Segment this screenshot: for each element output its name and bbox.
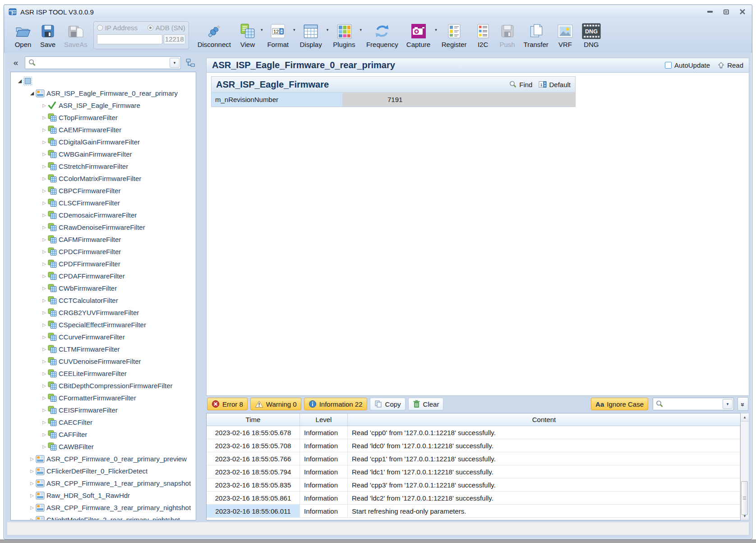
expander-collapsed-icon[interactable]: ▷ bbox=[41, 127, 48, 132]
view-button[interactable]: View bbox=[235, 21, 260, 50]
tree-item[interactable]: ▷ASR_CPP_Firmware_1_rear_primary_snapsho… bbox=[11, 477, 196, 489]
display-button[interactable]: Display bbox=[295, 21, 326, 50]
expander-collapsed-icon[interactable]: ▷ bbox=[41, 213, 48, 218]
column-header-content[interactable]: Content bbox=[348, 413, 740, 426]
log-row[interactable]: 2023-02-16 18:55:05.708InformationRead '… bbox=[207, 439, 740, 452]
tree-item[interactable]: ▷CLSCFirmwareFilter bbox=[11, 197, 196, 209]
tree-item[interactable]: ▷CEELiteFirmwareFilter bbox=[11, 367, 196, 380]
log-scrollbar[interactable]: ▲ ▼ bbox=[741, 413, 749, 520]
copy-button[interactable]: Copy bbox=[370, 398, 406, 410]
tree-item[interactable]: ▷CAFMFirmwareFilter bbox=[11, 233, 196, 246]
i2c-button[interactable]: I2C bbox=[471, 21, 495, 50]
tree-search-input[interactable]: ▾ bbox=[25, 56, 181, 69]
expander-collapsed-icon[interactable]: ▷ bbox=[41, 322, 48, 327]
disconnect-button[interactable]: Disconnect bbox=[194, 21, 235, 50]
register-button[interactable]: Register bbox=[438, 21, 471, 50]
expander-collapsed-icon[interactable]: ▷ bbox=[41, 359, 48, 364]
expander-collapsed-icon[interactable]: ▷ bbox=[41, 164, 48, 169]
scrollbar-thumb[interactable] bbox=[741, 481, 748, 515]
tree-item[interactable]: ▷CNightModeFilter_2_rear_primary_nightsh… bbox=[11, 514, 196, 520]
warning-filter-button[interactable]: Warning 0 bbox=[250, 398, 301, 410]
log-row[interactable]: 2023-02-16 18:55:05.794InformationRead '… bbox=[207, 465, 740, 478]
tree-item[interactable]: ▷CUVDenoiseFirmwareFilter bbox=[11, 355, 196, 367]
transfer-button[interactable]: Transfer bbox=[520, 21, 553, 50]
expander-collapsed-icon[interactable]: ▷ bbox=[41, 274, 48, 278]
expander-collapsed-icon[interactable]: ▷ bbox=[41, 237, 48, 242]
expander-collapsed-icon[interactable]: ▷ bbox=[28, 493, 36, 498]
tree-item[interactable]: ▷CSpecialEffectFirmwareFilter bbox=[11, 319, 196, 331]
expander-collapsed-icon[interactable]: ▷ bbox=[41, 310, 48, 315]
column-header-time[interactable]: Time bbox=[207, 413, 300, 426]
error-filter-button[interactable]: Error 8 bbox=[207, 398, 248, 410]
read-button[interactable]: Read bbox=[717, 61, 743, 70]
tree-item[interactable]: ▷CStretchFirmwareFilter bbox=[11, 160, 196, 172]
tree-item[interactable]: ◢ASR_ISP_Eagle_Firmware_0_rear_primary bbox=[11, 87, 196, 99]
expander-collapsed-icon[interactable]: ▷ bbox=[41, 152, 48, 157]
expander-collapsed-icon[interactable]: ▷ bbox=[41, 103, 48, 108]
find-button[interactable]: Find bbox=[509, 80, 532, 88]
tree-item[interactable]: ▷CRGB2YUVFirmwareFilter bbox=[11, 306, 196, 319]
expander-collapsed-icon[interactable]: ▷ bbox=[41, 176, 48, 181]
tree-item[interactable]: ▷CDigitalGainFirmwareFilter bbox=[11, 136, 196, 148]
tree-item[interactable]: ▷CPDCFirmwareFilter bbox=[11, 246, 196, 258]
log-row[interactable]: 2023-02-16 18:55:06.011InformationStart … bbox=[207, 505, 740, 518]
log-search-dropdown[interactable]: ▾ bbox=[723, 399, 733, 409]
log-row[interactable]: 2023-02-16 18:55:05.861InformationRead '… bbox=[207, 492, 740, 505]
expander-collapsed-icon[interactable]: ▷ bbox=[41, 408, 48, 413]
expander-collapsed-icon[interactable]: ▷ bbox=[28, 517, 36, 520]
tree-view-mode-button[interactable] bbox=[184, 57, 196, 69]
expander-collapsed-icon[interactable]: ▷ bbox=[41, 286, 48, 291]
tree-item[interactable]: ▷CPDFFirmwareFilter bbox=[11, 258, 196, 270]
tree-item[interactable]: ▷ASR_ISP_Eagle_Firmware bbox=[11, 99, 196, 111]
expander-collapsed-icon[interactable]: ▷ bbox=[41, 298, 48, 303]
minimize-button[interactable] bbox=[705, 8, 715, 15]
tree-item[interactable]: ▷CFlickerDetFilter_0_FlickerDetect bbox=[11, 465, 196, 477]
serial-number-field[interactable]: 12218 bbox=[164, 34, 185, 44]
expander-collapsed-icon[interactable]: ▷ bbox=[41, 395, 48, 400]
expander-collapsed-icon[interactable]: ▷ bbox=[41, 334, 48, 339]
expander-collapsed-icon[interactable]: ▷ bbox=[41, 249, 48, 254]
default-button[interactable]: 1 Default bbox=[539, 81, 571, 88]
expander-collapsed-icon[interactable]: ▷ bbox=[28, 481, 36, 486]
tree-item[interactable]: ▷CAFFilter bbox=[11, 428, 196, 441]
expander-expanded-icon[interactable]: ◢ bbox=[16, 78, 23, 84]
tree-item[interactable]: ▷ASR_CPP_Firmware_0_rear_primary_preview bbox=[11, 453, 196, 465]
tree-item[interactable]: ▷CCurveFirmwareFilter bbox=[11, 331, 196, 343]
expander-collapsed-icon[interactable]: ▷ bbox=[28, 456, 36, 461]
plugins-button[interactable]: Plugins bbox=[329, 21, 359, 50]
tree-item[interactable]: ▷CFormatterFirmwareFilter bbox=[11, 392, 196, 404]
expander-collapsed-icon[interactable]: ▷ bbox=[28, 469, 36, 473]
maximize-button[interactable] bbox=[721, 8, 731, 15]
information-filter-button[interactable]: Information 22 bbox=[304, 398, 367, 410]
tree-item[interactable]: ▷CTopFirmwareFilter bbox=[11, 111, 196, 124]
expander-collapsed-icon[interactable]: ▷ bbox=[41, 200, 48, 205]
dng-button[interactable]: DNG DNG bbox=[578, 21, 605, 50]
expander-collapsed-icon[interactable]: ▷ bbox=[41, 225, 48, 230]
expander-collapsed-icon[interactable]: ▷ bbox=[41, 371, 48, 376]
frequency-button[interactable]: Frequency bbox=[362, 21, 402, 50]
tree-item[interactable]: ▷CBPCFirmwareFilter bbox=[11, 185, 196, 197]
log-more-button[interactable]: » bbox=[738, 397, 748, 411]
expander-collapsed-icon[interactable]: ▷ bbox=[41, 383, 48, 388]
tree-item[interactable]: ▷CAECFilter bbox=[11, 416, 196, 428]
capture-dropdown-arrow[interactable]: ▾ bbox=[434, 28, 438, 32]
open-button[interactable]: Open bbox=[10, 21, 36, 50]
expander-expanded-icon[interactable]: ◢ bbox=[28, 90, 36, 96]
expander-collapsed-icon[interactable]: ▷ bbox=[41, 347, 48, 352]
property-value[interactable]: 7191 bbox=[342, 93, 575, 107]
tree-item[interactable]: ▷CDemosaicFirmwareFilter bbox=[11, 209, 196, 221]
tree-item[interactable]: ▷CWbFirmwareFilter bbox=[11, 282, 196, 294]
tree-item[interactable]: ▷CWBGainFirmwareFilter bbox=[11, 148, 196, 160]
vrf-button[interactable]: VRF bbox=[553, 21, 578, 50]
close-button[interactable] bbox=[738, 8, 747, 15]
search-history-dropdown[interactable]: ▾ bbox=[170, 58, 180, 68]
expander-collapsed-icon[interactable]: ▷ bbox=[41, 115, 48, 120]
expander-collapsed-icon[interactable]: ▷ bbox=[28, 505, 36, 510]
tree-item[interactable]: ▷Raw_HDR_Soft_1_RawHdr bbox=[11, 489, 196, 501]
log-row[interactable]: 2023-02-16 18:55:05.835InformationRead '… bbox=[207, 478, 740, 492]
expander-collapsed-icon[interactable]: ▷ bbox=[41, 444, 48, 449]
capture-button[interactable]: Capture bbox=[402, 21, 434, 50]
log-search-input[interactable]: ▾ bbox=[653, 398, 734, 410]
tree-item[interactable]: ▷CBitDepthCompressionFirmwareFilter bbox=[11, 380, 196, 392]
tree-item[interactable]: ▷CLTMFirmwareFilter bbox=[11, 343, 196, 355]
